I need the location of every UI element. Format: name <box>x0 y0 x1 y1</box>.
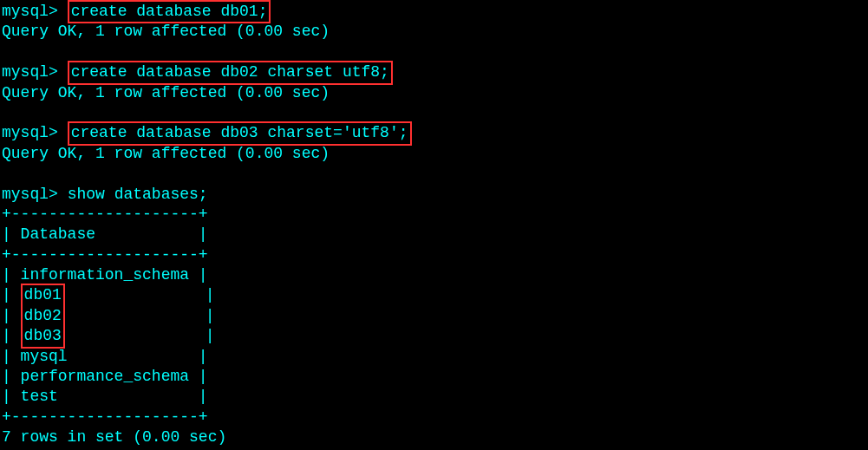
cmd-line-1[interactable]: mysql> create database db01; <box>2 2 866 22</box>
blank <box>2 103 866 123</box>
highlight-db03: db03 <box>21 326 65 348</box>
highlight-cmd3: create database db03 charset='utf8'; <box>68 121 412 145</box>
prompt: mysql> <box>2 63 68 81</box>
table-row: | db01 | <box>2 285 866 305</box>
table-border-mid: +--------------------+ <box>2 245 866 265</box>
highlight-db02: db02 <box>21 306 65 326</box>
table-row: | db02 | <box>2 306 866 326</box>
blank <box>2 164 866 184</box>
table-row: | information_schema | <box>2 265 866 285</box>
table-header: | Database | <box>2 225 866 245</box>
highlight-db01: db01 <box>21 284 65 305</box>
prompt: mysql> <box>2 124 68 141</box>
prompt: mysql> <box>2 186 68 203</box>
response-2: Query OK, 1 row affected (0.00 sec) <box>2 83 866 103</box>
cmd-line-3[interactable]: mysql> create database db03 charset='utf… <box>2 123 866 143</box>
result-footer: 7 rows in set (0.00 sec) <box>2 427 866 447</box>
table-border-bot: +--------------------+ <box>2 408 866 427</box>
cmd-line-4[interactable]: mysql> show databases; <box>2 185 866 205</box>
response-1: Query OK, 1 row affected (0.00 sec) <box>2 22 866 42</box>
table-row: | db03 | <box>2 326 866 346</box>
table-row: | test | <box>2 387 866 407</box>
cmd-text: show databases; <box>68 186 208 203</box>
table-row: | mysql | <box>2 347 866 367</box>
highlight-cmd2: create database db02 charset utf8; <box>68 61 393 84</box>
table-row: | performance_schema | <box>2 367 866 387</box>
prompt: mysql> <box>2 3 68 20</box>
cmd-line-2[interactable]: mysql> create database db02 charset utf8… <box>2 62 866 82</box>
table-border-top: +--------------------+ <box>2 205 866 225</box>
response-3: Query OK, 1 row affected (0.00 sec) <box>2 144 866 164</box>
blank <box>2 42 866 62</box>
highlight-cmd1: create database db01; <box>68 0 271 23</box>
